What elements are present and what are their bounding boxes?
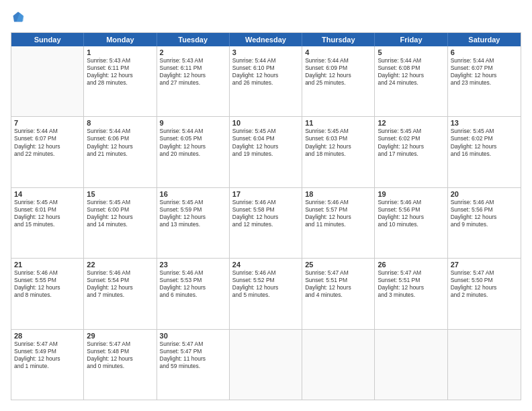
day-info: Sunrise: 5:44 AM Sunset: 6:05 PM Dayligh…	[160, 128, 226, 157]
day-info: Sunrise: 5:43 AM Sunset: 6:11 PM Dayligh…	[160, 57, 226, 87]
day-info: Sunrise: 5:45 AM Sunset: 6:01 PM Dayligh…	[14, 199, 81, 228]
day-number: 24	[232, 261, 299, 269]
day-info: Sunrise: 5:45 AM Sunset: 6:00 PM Dayligh…	[87, 199, 153, 228]
calendar-row: 7Sunrise: 5:44 AM Sunset: 6:07 PM Daylig…	[11, 117, 521, 187]
calendar-cell	[302, 330, 375, 400]
calendar-cell: 11Sunrise: 5:45 AM Sunset: 6:03 PM Dayli…	[302, 117, 375, 187]
day-number: 17	[232, 190, 299, 198]
weekday-header: Wednesday	[230, 33, 302, 46]
day-number: 18	[305, 190, 371, 198]
day-number: 2	[160, 48, 226, 56]
calendar-cell: 10Sunrise: 5:45 AM Sunset: 6:04 PM Dayli…	[230, 117, 302, 187]
day-info: Sunrise: 5:46 AM Sunset: 5:56 PM Dayligh…	[378, 199, 444, 228]
calendar-cell: 9Sunrise: 5:44 AM Sunset: 6:05 PM Daylig…	[157, 117, 230, 187]
calendar-cell: 27Sunrise: 5:47 AM Sunset: 5:50 PM Dayli…	[448, 259, 521, 328]
calendar-row: 28Sunrise: 5:47 AM Sunset: 5:49 PM Dayli…	[11, 330, 521, 400]
calendar-cell: 30Sunrise: 5:47 AM Sunset: 5:47 PM Dayli…	[157, 330, 230, 400]
weekday-header: Thursday	[302, 33, 375, 46]
day-info: Sunrise: 5:47 AM Sunset: 5:48 PM Dayligh…	[87, 340, 153, 370]
weekday-header: Tuesday	[157, 33, 230, 46]
calendar-cell: 1Sunrise: 5:43 AM Sunset: 6:11 PM Daylig…	[84, 46, 157, 116]
day-number: 28	[14, 332, 81, 340]
day-number: 19	[378, 190, 444, 198]
day-info: Sunrise: 5:47 AM Sunset: 5:51 PM Dayligh…	[378, 269, 444, 299]
calendar-cell: 26Sunrise: 5:47 AM Sunset: 5:51 PM Dayli…	[375, 259, 447, 328]
calendar-cell	[448, 330, 521, 400]
day-info: Sunrise: 5:45 AM Sunset: 6:02 PM Dayligh…	[378, 128, 444, 157]
day-info: Sunrise: 5:45 AM Sunset: 6:02 PM Dayligh…	[451, 128, 518, 157]
day-info: Sunrise: 5:47 AM Sunset: 5:50 PM Dayligh…	[451, 269, 518, 299]
day-number: 23	[160, 261, 226, 269]
calendar-cell: 8Sunrise: 5:44 AM Sunset: 6:06 PM Daylig…	[84, 117, 157, 187]
day-info: Sunrise: 5:46 AM Sunset: 5:54 PM Dayligh…	[87, 269, 153, 299]
day-info: Sunrise: 5:44 AM Sunset: 6:08 PM Dayligh…	[378, 57, 444, 87]
day-info: Sunrise: 5:45 AM Sunset: 5:59 PM Dayligh…	[160, 199, 226, 228]
day-number: 11	[305, 119, 371, 127]
day-number: 21	[14, 261, 81, 269]
day-number: 29	[87, 332, 153, 340]
day-number: 27	[451, 261, 518, 269]
calendar-cell: 7Sunrise: 5:44 AM Sunset: 6:07 PM Daylig…	[11, 117, 84, 187]
day-number: 30	[160, 332, 226, 340]
page: SundayMondayTuesdayWednesdayThursdayFrid…	[0, 0, 532, 411]
calendar-cell: 20Sunrise: 5:46 AM Sunset: 5:56 PM Dayli…	[448, 188, 521, 258]
day-number: 4	[305, 48, 371, 56]
calendar-cell: 13Sunrise: 5:45 AM Sunset: 6:02 PM Dayli…	[448, 117, 521, 187]
calendar-cell: 21Sunrise: 5:46 AM Sunset: 5:55 PM Dayli…	[11, 259, 84, 328]
calendar-cell	[375, 330, 447, 400]
calendar-cell: 2Sunrise: 5:43 AM Sunset: 6:11 PM Daylig…	[157, 46, 230, 116]
calendar-cell: 4Sunrise: 5:44 AM Sunset: 6:09 PM Daylig…	[302, 46, 375, 116]
calendar-cell: 12Sunrise: 5:45 AM Sunset: 6:02 PM Dayli…	[375, 117, 447, 187]
day-info: Sunrise: 5:44 AM Sunset: 6:07 PM Dayligh…	[451, 57, 518, 87]
calendar-header: SundayMondayTuesdayWednesdayThursdayFrid…	[11, 33, 521, 46]
weekday-header: Friday	[375, 33, 447, 46]
calendar-cell: 6Sunrise: 5:44 AM Sunset: 6:07 PM Daylig…	[448, 46, 521, 116]
day-info: Sunrise: 5:47 AM Sunset: 5:47 PM Dayligh…	[160, 340, 226, 370]
calendar-cell	[230, 330, 302, 400]
calendar-cell: 5Sunrise: 5:44 AM Sunset: 6:08 PM Daylig…	[375, 46, 447, 116]
day-number: 5	[378, 48, 444, 56]
day-number: 9	[160, 119, 226, 127]
day-number: 13	[451, 119, 518, 127]
day-number: 20	[451, 190, 518, 198]
calendar-cell: 18Sunrise: 5:46 AM Sunset: 5:57 PM Dayli…	[302, 188, 375, 258]
day-info: Sunrise: 5:44 AM Sunset: 6:06 PM Dayligh…	[87, 128, 153, 157]
calendar-cell	[11, 46, 84, 116]
calendar-cell: 28Sunrise: 5:47 AM Sunset: 5:49 PM Dayli…	[11, 330, 84, 400]
calendar-cell: 15Sunrise: 5:45 AM Sunset: 6:00 PM Dayli…	[84, 188, 157, 258]
logo	[11, 11, 27, 26]
day-number: 3	[232, 48, 299, 56]
day-info: Sunrise: 5:43 AM Sunset: 6:11 PM Dayligh…	[87, 57, 153, 87]
calendar-row: 21Sunrise: 5:46 AM Sunset: 5:55 PM Dayli…	[11, 259, 521, 329]
day-number: 6	[451, 48, 518, 56]
calendar-cell: 23Sunrise: 5:46 AM Sunset: 5:53 PM Dayli…	[157, 259, 230, 328]
day-info: Sunrise: 5:45 AM Sunset: 6:03 PM Dayligh…	[305, 128, 371, 157]
day-number: 12	[378, 119, 444, 127]
weekday-header: Sunday	[11, 33, 84, 46]
day-info: Sunrise: 5:46 AM Sunset: 5:57 PM Dayligh…	[305, 199, 371, 228]
calendar-cell: 3Sunrise: 5:44 AM Sunset: 6:10 PM Daylig…	[230, 46, 302, 116]
day-number: 15	[87, 190, 153, 198]
day-info: Sunrise: 5:45 AM Sunset: 6:04 PM Dayligh…	[232, 128, 299, 157]
day-info: Sunrise: 5:44 AM Sunset: 6:07 PM Dayligh…	[14, 128, 81, 157]
day-info: Sunrise: 5:46 AM Sunset: 5:58 PM Dayligh…	[232, 199, 299, 228]
day-number: 7	[14, 119, 81, 127]
day-info: Sunrise: 5:47 AM Sunset: 5:49 PM Dayligh…	[14, 340, 81, 370]
day-info: Sunrise: 5:46 AM Sunset: 5:53 PM Dayligh…	[160, 269, 226, 299]
day-number: 8	[87, 119, 153, 127]
calendar-row: 14Sunrise: 5:45 AM Sunset: 6:01 PM Dayli…	[11, 188, 521, 259]
day-number: 22	[87, 261, 153, 269]
day-number: 1	[87, 48, 153, 56]
day-info: Sunrise: 5:46 AM Sunset: 5:52 PM Dayligh…	[232, 269, 299, 299]
day-info: Sunrise: 5:46 AM Sunset: 5:56 PM Dayligh…	[451, 199, 518, 228]
day-info: Sunrise: 5:44 AM Sunset: 6:09 PM Dayligh…	[305, 57, 371, 87]
day-number: 10	[232, 119, 299, 127]
calendar-cell: 17Sunrise: 5:46 AM Sunset: 5:58 PM Dayli…	[230, 188, 302, 258]
calendar-cell: 29Sunrise: 5:47 AM Sunset: 5:48 PM Dayli…	[84, 330, 157, 400]
day-number: 26	[378, 261, 444, 269]
header	[11, 11, 521, 26]
weekday-header: Saturday	[448, 33, 521, 46]
day-info: Sunrise: 5:44 AM Sunset: 6:10 PM Dayligh…	[232, 57, 299, 87]
calendar-cell: 22Sunrise: 5:46 AM Sunset: 5:54 PM Dayli…	[84, 259, 157, 328]
calendar-cell: 25Sunrise: 5:47 AM Sunset: 5:51 PM Dayli…	[302, 259, 375, 328]
